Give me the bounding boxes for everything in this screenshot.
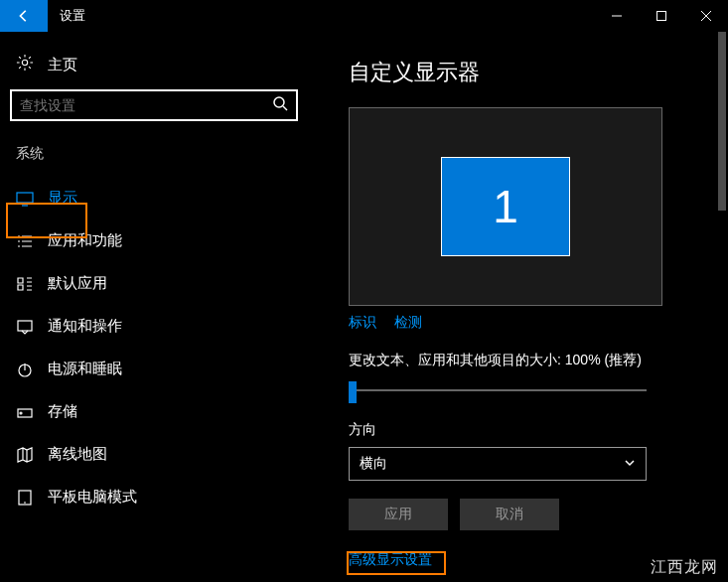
- default-apps-icon: [16, 275, 34, 293]
- home-link[interactable]: 主页: [0, 46, 313, 89]
- close-icon: [701, 11, 711, 21]
- maximize-button[interactable]: [639, 0, 683, 32]
- close-button[interactable]: [683, 0, 728, 32]
- scrollbar[interactable]: [716, 32, 728, 582]
- main-panel: 自定义显示器 1 标识 检测 更改文本、应用和其他项目的大小: 100% (推荐…: [313, 32, 728, 582]
- nav-label: 电源和睡眠: [48, 360, 122, 378]
- map-icon: [16, 446, 34, 464]
- nav-storage[interactable]: 存储: [0, 390, 313, 433]
- slider-track: [349, 389, 647, 391]
- minimize-button[interactable]: [594, 0, 639, 32]
- orientation-label: 方向: [349, 421, 692, 439]
- orientation-value: 横向: [360, 455, 387, 473]
- maximize-icon: [656, 11, 666, 21]
- nav-maps[interactable]: 离线地图: [0, 433, 313, 476]
- nav-default-apps[interactable]: 默认应用: [0, 262, 313, 305]
- home-label: 主页: [48, 56, 77, 74]
- nav-apps[interactable]: 应用和功能: [0, 219, 313, 262]
- nav-power[interactable]: 电源和睡眠: [0, 348, 313, 390]
- monitor-1[interactable]: 1: [441, 157, 570, 256]
- nav-label: 存储: [48, 402, 77, 421]
- svg-rect-4: [18, 321, 32, 331]
- nav-display[interactable]: 显示: [0, 177, 313, 219]
- svg-point-1: [22, 60, 27, 65]
- nav-label: 平板电脑模式: [48, 488, 137, 507]
- power-icon: [16, 361, 34, 378]
- svg-rect-3: [17, 193, 33, 203]
- svg-point-2: [274, 97, 284, 107]
- search-icon: [272, 95, 288, 115]
- back-button[interactable]: [0, 0, 48, 32]
- scale-slider[interactable]: [349, 379, 647, 403]
- nav-label: 通知和操作: [48, 317, 122, 336]
- slider-thumb[interactable]: [349, 381, 357, 403]
- storage-icon: [16, 403, 34, 421]
- nav-label: 应用和功能: [48, 231, 122, 250]
- svg-rect-0: [656, 12, 665, 21]
- window-title: 设置: [60, 7, 85, 25]
- arrow-left-icon: [17, 9, 31, 23]
- nav-notifications[interactable]: 通知和操作: [0, 305, 313, 348]
- scale-label: 更改文本、应用和其他项目的大小: 100% (推荐): [349, 352, 692, 369]
- nav-label: 默认应用: [48, 274, 107, 293]
- cancel-button[interactable]: 取消: [460, 499, 559, 530]
- search-input[interactable]: [10, 89, 298, 121]
- scroll-thumb[interactable]: [718, 32, 726, 211]
- svg-point-7: [20, 412, 22, 414]
- tablet-icon: [16, 489, 34, 507]
- advanced-display-link[interactable]: 高级显示设置: [349, 551, 432, 569]
- monitor-arrangement[interactable]: 1: [349, 107, 662, 306]
- orientation-select[interactable]: 横向: [349, 447, 647, 481]
- category-label: 系统: [0, 141, 313, 169]
- minimize-icon: [612, 11, 622, 21]
- detect-link[interactable]: 检测: [394, 314, 422, 332]
- page-heading: 自定义显示器: [349, 58, 692, 87]
- nav-tablet[interactable]: 平板电脑模式: [0, 476, 313, 518]
- apply-button[interactable]: 应用: [349, 499, 448, 530]
- display-icon: [16, 190, 34, 208]
- notification-icon: [16, 318, 34, 336]
- title-bar: 设置: [0, 0, 728, 32]
- list-icon: [16, 232, 34, 250]
- sidebar: 主页 系统 显示 应用和功能 默认应用 通知和操作: [0, 32, 313, 582]
- search-field[interactable]: [20, 97, 272, 113]
- identify-link[interactable]: 标识: [349, 314, 376, 332]
- nav-list: 显示 应用和功能 默认应用 通知和操作 电源和睡眠 存储: [0, 177, 313, 518]
- nav-label: 显示: [48, 189, 77, 208]
- gear-icon: [16, 54, 34, 75]
- nav-label: 离线地图: [48, 445, 107, 464]
- chevron-down-icon: [624, 456, 636, 472]
